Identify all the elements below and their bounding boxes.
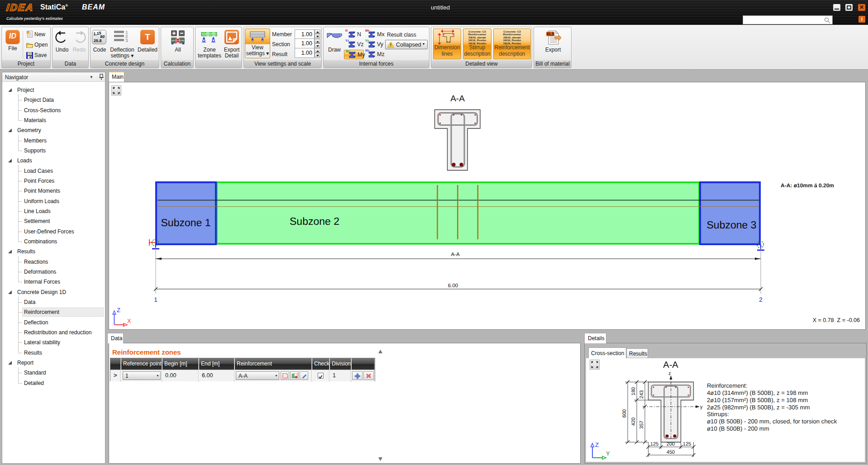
svg-text:450: 450: [667, 450, 675, 455]
svg-text:Subzone 2: Subzone 2: [290, 215, 339, 227]
svg-text:4ø10 (314mm²) (B 500B), z = 19: 4ø10 (314mm²) (B 500B), z = 198 mm: [707, 389, 808, 396]
svg-text:XLS: XLS: [546, 32, 554, 36]
svg-text:A-A: A-A: [451, 252, 460, 257]
svg-text:Y: Y: [606, 450, 610, 457]
svg-text:Z: Z: [595, 441, 599, 448]
svg-text:z: z: [668, 371, 671, 376]
svg-text:125: 125: [683, 441, 691, 447]
svg-text:125: 125: [650, 441, 658, 447]
svg-text:ø10 (B 500B) - 200 mm, closed,: ø10 (B 500B) - 200 mm, closed, for torsi…: [707, 418, 837, 425]
svg-text:Reinforcement:: Reinforcement:: [707, 382, 747, 389]
svg-text:243: 243: [639, 390, 644, 399]
svg-text:1: 1: [154, 296, 157, 303]
svg-text:180: 180: [631, 387, 636, 395]
svg-text:200: 200: [667, 441, 675, 447]
svg-text:3: 3: [125, 38, 128, 43]
svg-text:357: 357: [639, 421, 644, 429]
svg-text:y: y: [700, 404, 703, 410]
svg-text:2: 2: [759, 296, 763, 303]
svg-text:Z: Z: [117, 307, 120, 313]
svg-text:420: 420: [631, 418, 636, 426]
svg-text:A-A: A-A: [663, 360, 678, 370]
svg-text:X: X: [127, 318, 131, 324]
svg-text:6.00: 6.00: [448, 283, 458, 289]
svg-text:A-A: A-A: [450, 94, 465, 104]
svg-text:600: 600: [622, 409, 627, 418]
svg-text:ø10 (B 500B) - 200 mm: ø10 (B 500B) - 200 mm: [707, 425, 769, 432]
svg-text:2ø10 (157mm²) (B 500B), z = 10: 2ø10 (157mm²) (B 500B), z = 108 mm: [707, 397, 808, 403]
svg-text:Subzone 3: Subzone 3: [707, 219, 757, 231]
svg-text:Subzone 1: Subzone 1: [161, 217, 211, 228]
svg-text:Stirrups:: Stirrups:: [707, 411, 729, 418]
svg-text:!: !: [390, 43, 391, 48]
svg-text:A-A: ø10mm á 0.20m: A-A: ø10mm á 0.20m: [781, 182, 834, 189]
svg-text:2ø25 (982mm²) (B 500B), z = -3: 2ø25 (982mm²) (B 500B), z = -305 mm: [707, 404, 810, 411]
